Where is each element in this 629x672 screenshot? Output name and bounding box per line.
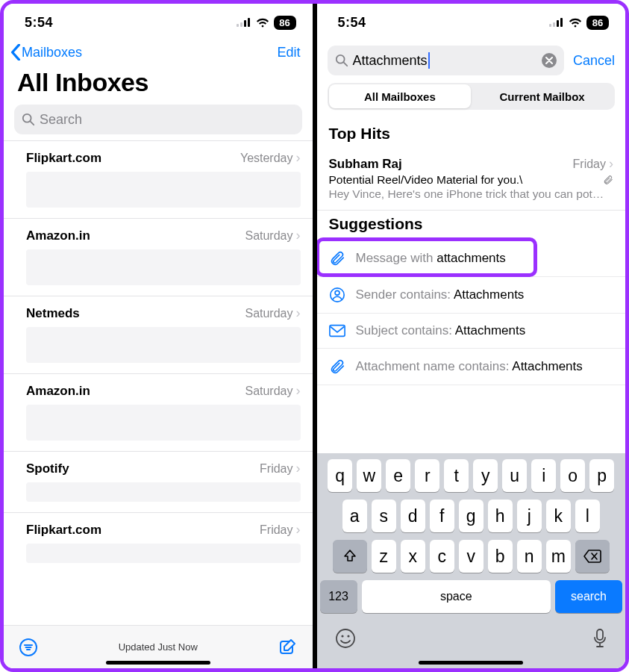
paperclip-icon bbox=[329, 358, 345, 375]
key-g[interactable]: g bbox=[459, 500, 484, 532]
shift-icon bbox=[342, 549, 357, 564]
key-i[interactable]: i bbox=[531, 459, 556, 492]
row-sender: Netmeds bbox=[26, 306, 80, 321]
key-m[interactable]: m bbox=[546, 540, 571, 573]
key-b[interactable]: b bbox=[488, 540, 513, 573]
key-r[interactable]: r bbox=[415, 459, 439, 492]
paperclip-icon bbox=[329, 250, 345, 267]
key-h[interactable]: h bbox=[488, 500, 513, 532]
x-icon bbox=[545, 57, 553, 64]
row-sender: Amazon.in bbox=[26, 384, 90, 399]
keyboard[interactable]: qwertyuiop asdfghjkl zxcvbnm 123 space s… bbox=[317, 453, 626, 668]
svg-rect-2 bbox=[244, 20, 246, 27]
backspace-key[interactable] bbox=[575, 540, 610, 573]
key-v[interactable]: v bbox=[459, 540, 484, 573]
emoji-icon[interactable] bbox=[335, 628, 356, 649]
key-q[interactable]: q bbox=[328, 459, 352, 492]
svg-rect-12 bbox=[553, 22, 555, 27]
key-j[interactable]: j bbox=[517, 500, 542, 532]
svg-point-15 bbox=[336, 55, 344, 63]
filter-icon[interactable] bbox=[19, 638, 38, 657]
key-y[interactable]: y bbox=[473, 459, 498, 492]
svg-point-21 bbox=[341, 635, 343, 637]
search-key[interactable]: search bbox=[555, 580, 622, 613]
key-k[interactable]: k bbox=[546, 500, 571, 532]
chevron-right-icon: › bbox=[296, 150, 301, 166]
shift-key[interactable] bbox=[333, 540, 367, 573]
row-sender: Flipkart.com bbox=[26, 523, 101, 538]
battery-badge: 86 bbox=[274, 16, 296, 30]
svg-rect-3 bbox=[248, 18, 250, 27]
key-f[interactable]: f bbox=[430, 500, 454, 532]
suggestion-row[interactable]: Message with attachments bbox=[317, 240, 626, 277]
home-indicator bbox=[106, 661, 210, 665]
row-date: Saturday › bbox=[245, 228, 300, 243]
status-bar: 5:54 86 bbox=[317, 4, 626, 41]
suggestion-label: Subject contains: Attachments bbox=[356, 323, 526, 338]
top-hits-title: Top Hits bbox=[317, 120, 626, 150]
inbox-row[interactable]: Flipkart.comFriday › bbox=[4, 512, 313, 573]
space-key[interactable]: space bbox=[362, 580, 551, 613]
inbox-row[interactable]: Amazon.inSaturday › bbox=[4, 373, 313, 451]
key-o[interactable]: o bbox=[560, 459, 585, 492]
back-label: Mailboxes bbox=[22, 45, 82, 60]
row-sender: Amazon.in bbox=[26, 228, 90, 243]
key-s[interactable]: s bbox=[372, 500, 396, 532]
hit-preview: Hey Vince, Here's one iPhone trick that … bbox=[329, 187, 614, 201]
suggestion-row[interactable]: Subject contains: Attachments bbox=[317, 314, 626, 349]
suggestion-row[interactable]: Attachment name contains: Attachments bbox=[317, 349, 626, 385]
seg-current-mailbox[interactable]: Current Mailbox bbox=[471, 84, 613, 108]
clear-search-button[interactable] bbox=[542, 53, 557, 68]
scope-segmented-control[interactable]: All Mailboxes Current Mailbox bbox=[328, 83, 616, 110]
svg-rect-11 bbox=[549, 24, 551, 27]
key-n[interactable]: n bbox=[517, 540, 542, 573]
backspace-icon bbox=[583, 550, 601, 563]
seg-all-mailboxes[interactable]: All Mailboxes bbox=[329, 84, 472, 108]
key-z[interactable]: z bbox=[372, 540, 396, 573]
chevron-right-icon: › bbox=[609, 156, 613, 172]
row-date: Yesterday › bbox=[240, 150, 301, 166]
suggestion-row[interactable]: Sender contains: Attachments bbox=[317, 277, 626, 314]
key-w[interactable]: w bbox=[357, 459, 381, 492]
inbox-list[interactable]: Flipkart.comYesterday ›Amazon.inSaturday… bbox=[4, 140, 313, 625]
dictation-icon[interactable] bbox=[592, 628, 607, 649]
wifi-icon bbox=[569, 18, 582, 28]
inbox-row[interactable]: SpotifyFriday › bbox=[4, 451, 313, 512]
edit-button[interactable]: Edit bbox=[277, 45, 300, 60]
status-time: 5:54 bbox=[338, 15, 366, 31]
key-x[interactable]: x bbox=[401, 540, 425, 573]
inbox-row[interactable]: Amazon.inSaturday › bbox=[4, 218, 313, 296]
svg-line-5 bbox=[31, 122, 34, 125]
search-icon bbox=[22, 113, 35, 126]
svg-rect-1 bbox=[240, 22, 242, 27]
row-preview-blur bbox=[26, 482, 301, 502]
suggestion-label: Message with attachments bbox=[356, 251, 506, 266]
back-button[interactable]: Mailboxes bbox=[10, 44, 82, 60]
key-e[interactable]: e bbox=[386, 459, 410, 492]
inbox-row[interactable]: Flipkart.comYesterday › bbox=[4, 140, 313, 218]
key-d[interactable]: d bbox=[401, 500, 425, 532]
person-icon bbox=[329, 287, 345, 303]
cancel-button[interactable]: Cancel bbox=[573, 53, 615, 69]
compose-icon[interactable] bbox=[278, 638, 298, 657]
inbox-row[interactable]: NetmedsSaturday › bbox=[4, 296, 313, 373]
top-hit-row[interactable]: Subham Raj Friday› Potential Reel/Video … bbox=[317, 150, 626, 211]
key-l[interactable]: l bbox=[575, 500, 600, 532]
suggestion-label: Sender contains: Attachments bbox=[356, 287, 525, 302]
key-t[interactable]: t bbox=[444, 459, 469, 492]
svg-rect-14 bbox=[560, 18, 563, 27]
key-u[interactable]: u bbox=[502, 459, 527, 492]
search-field[interactable]: Search bbox=[14, 105, 302, 134]
key-a[interactable]: a bbox=[342, 500, 367, 532]
chevron-right-icon: › bbox=[296, 461, 301, 476]
key-c[interactable]: c bbox=[430, 540, 454, 573]
numbers-key[interactable]: 123 bbox=[320, 580, 357, 613]
key-p[interactable]: p bbox=[589, 459, 614, 492]
row-preview-blur bbox=[26, 172, 301, 208]
search-input[interactable]: Attachments bbox=[328, 46, 564, 75]
chevron-right-icon: › bbox=[296, 228, 301, 243]
right-phone: 5:54 86 Attachments Cancel All Mailboxes… bbox=[317, 4, 626, 668]
search-value: Attachments bbox=[353, 53, 428, 69]
hit-subject: Potential Reel/Video Material for you.\ bbox=[329, 173, 523, 187]
row-preview-blur bbox=[26, 544, 301, 563]
